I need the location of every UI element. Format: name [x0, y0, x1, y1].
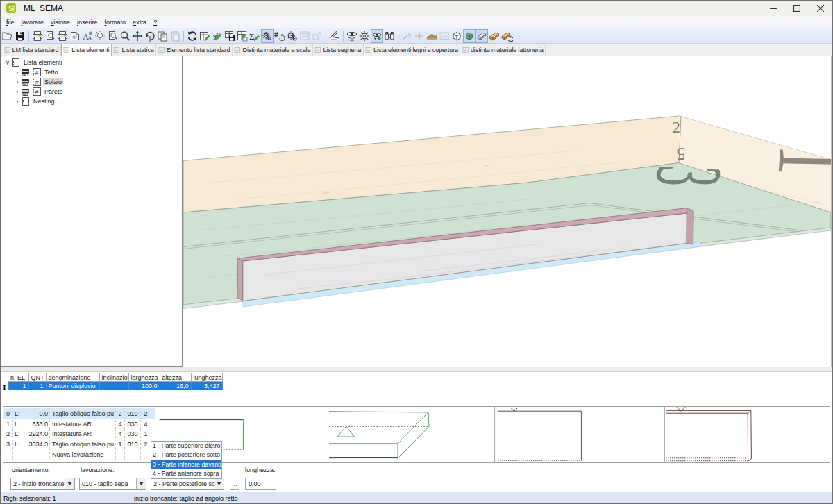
tree-root-lista-elementi[interactable]: ∨ Lista elementi: [4, 58, 64, 67]
zoom-page-button[interactable]: [106, 29, 119, 43]
dropdown-option-1[interactable]: 1 - Parte superiore dietro: [151, 442, 221, 451]
tree-root-label[interactable]: Lista elementi: [22, 59, 64, 66]
tab-distinta-materiale-lattoneria[interactable]: distinta materiale lattoneria: [460, 44, 546, 56]
snap-cross-button[interactable]: [413, 29, 426, 43]
operation-row-0[interactable]: 0L:0.0Taglio obliquo falso pu20102: [3, 408, 155, 419]
tab-elemento-lista-standard[interactable]: Elemento lista standard: [156, 44, 233, 56]
chevron-right-icon[interactable]: ›: [14, 88, 21, 95]
page-layout-button[interactable]: [69, 29, 81, 43]
save-table-button[interactable]: [224, 29, 236, 43]
menu-visione[interactable]: visione: [49, 18, 71, 26]
print-preview-button[interactable]: [44, 29, 56, 43]
fill-table-button[interactable]: [236, 29, 249, 43]
process-settings-button[interactable]: [286, 29, 298, 43]
visibility-button[interactable]: [371, 29, 383, 43]
cell-qnt[interactable]: 1: [28, 382, 46, 391]
lavorazione-combobox[interactable]: 010 - taglio sega: [79, 478, 146, 490]
column-header[interactable]: larghezza: [128, 373, 160, 382]
chevron-right-icon[interactable]: ›: [14, 69, 21, 76]
edit-pen-button[interactable]: [211, 29, 224, 43]
column-header[interactable]: inclinazione: [99, 373, 128, 382]
dropdown-option-4[interactable]: 4 - Parte anteriore sopra: [151, 469, 221, 478]
maximize-button[interactable]: [785, 1, 809, 16]
dropdown-option-2[interactable]: 2 - Parte posteriore sotto: [151, 451, 221, 460]
tree-item-label[interactable]: Parete: [43, 88, 65, 95]
layer-list-button[interactable]: [438, 29, 451, 43]
timber-joint-button[interactable]: [426, 29, 438, 43]
marker-flag-button[interactable]: [401, 29, 413, 43]
cell-denominazione[interactable]: Puntoni displuvio: [46, 382, 99, 391]
minimize-button[interactable]: [762, 1, 785, 16]
tree-item-label-selected[interactable]: Solaio: [43, 78, 63, 85]
orientamento-combobox[interactable]: 2 - inizio troncante: [10, 478, 75, 490]
sum-edit-button[interactable]: [249, 29, 261, 43]
bevel-tool-button[interactable]: [328, 29, 341, 43]
cell-altezza[interactable]: 16,0: [160, 382, 191, 391]
column-header[interactable]: denominazione: [46, 373, 99, 382]
3d-viewport[interactable]: 2 5 3 1: [183, 56, 831, 368]
edit-table-button[interactable]: [199, 29, 211, 43]
export-box-button[interactable]: [311, 29, 323, 43]
print-setup-button[interactable]: [56, 29, 69, 43]
parte-combobox[interactable]: 2 - Parte posteriore so: [151, 478, 224, 490]
tree-item-parete[interactable]: › Parete: [14, 87, 65, 96]
column-header[interactable]: n. EL: [8, 373, 28, 382]
panel-separator[interactable]: [1, 367, 833, 372]
tree-item-solaio[interactable]: › Solaio: [14, 77, 63, 87]
zoom-button[interactable]: [119, 29, 131, 43]
rotate-view-button[interactable]: [144, 29, 156, 43]
statistics-button[interactable]: [298, 29, 311, 43]
column-header[interactable]: altezza: [160, 373, 191, 382]
copy-button[interactable]: [156, 29, 169, 43]
tab-lista-elementi[interactable]: Lista elementi: [61, 44, 112, 56]
save-button[interactable]: [14, 29, 26, 43]
tab-lista-segheria[interactable]: Lista segheria: [313, 44, 364, 56]
tree-item-tetto[interactable]: › Tetto: [14, 67, 60, 77]
chevron-down-icon[interactable]: [136, 478, 146, 489]
beam-single-button[interactable]: [488, 29, 500, 43]
column-header[interactable]: QNT: [28, 373, 46, 382]
cube-wire-button[interactable]: [451, 29, 463, 43]
machine-settings-button[interactable]: [261, 29, 274, 43]
operation-row-new[interactable]: -----Nuova lavorazione-------: [3, 449, 155, 460]
table-row-selected[interactable]: 1 1 Puntoni displuvio 100,0 16,0 3,427: [1, 382, 222, 391]
chevron-right-icon[interactable]: ›: [14, 98, 21, 105]
menu-lavorare[interactable]: lavorare: [20, 18, 46, 26]
font-button[interactable]: [81, 29, 94, 43]
tab-lm-lista-standard[interactable]: LM lista standard: [2, 44, 61, 56]
menu-formato[interactable]: formato: [103, 18, 128, 26]
operation-row-3[interactable]: 3L:3034.3Taglio obliquo falso pu10102: [3, 439, 155, 449]
beam-rotate-button[interactable]: [500, 29, 513, 43]
menu-file[interactable]: file: [5, 18, 16, 26]
menu-help[interactable]: ?: [152, 18, 158, 26]
paste-button[interactable]: [169, 29, 181, 43]
settings-gear-button[interactable]: [358, 29, 371, 43]
tree-item-label[interactable]: Tetto: [43, 69, 60, 76]
menu-inserire[interactable]: inserire: [76, 18, 99, 26]
operation-row-2[interactable]: 2L:2924.0Intestatura AR40301: [3, 429, 155, 439]
chevron-down-icon[interactable]: ∨: [4, 59, 11, 66]
operation-row-1[interactable]: 1L:633.0Intestatura AR40304: [3, 419, 155, 429]
cell-inclinazione[interactable]: [99, 382, 128, 391]
renumber-button[interactable]: [274, 29, 286, 43]
cell-larghezza[interactable]: 100,0: [128, 382, 160, 391]
tab-lista-statica[interactable]: Lista statica: [112, 44, 156, 56]
lightbulb-button[interactable]: [94, 29, 106, 43]
tree-item-label[interactable]: Nesting: [32, 98, 56, 105]
more-button[interactable]: ...: [230, 478, 239, 490]
lunghezza-field[interactable]: [245, 478, 276, 490]
chevron-down-icon[interactable]: [65, 478, 74, 489]
tab-lista-elementi-legni-e-copertura[interactable]: Lista elementi legni e copertura: [364, 44, 461, 56]
pan-button[interactable]: [131, 29, 144, 43]
close-button[interactable]: [809, 1, 832, 16]
menu-extra[interactable]: extra: [131, 18, 148, 26]
print-button[interactable]: [31, 29, 44, 43]
cube-shaded-button[interactable]: [463, 29, 476, 43]
tree-item-nesting[interactable]: › Nesting: [14, 96, 56, 106]
cell-n-el[interactable]: 1: [8, 382, 28, 391]
column-header[interactable]: lunghezza: [191, 373, 222, 382]
beam-3d-button[interactable]: [476, 29, 488, 43]
cell-lunghezza[interactable]: 3,427: [191, 382, 222, 391]
chevron-down-icon[interactable]: [214, 478, 224, 489]
open-button[interactable]: [1, 29, 14, 43]
